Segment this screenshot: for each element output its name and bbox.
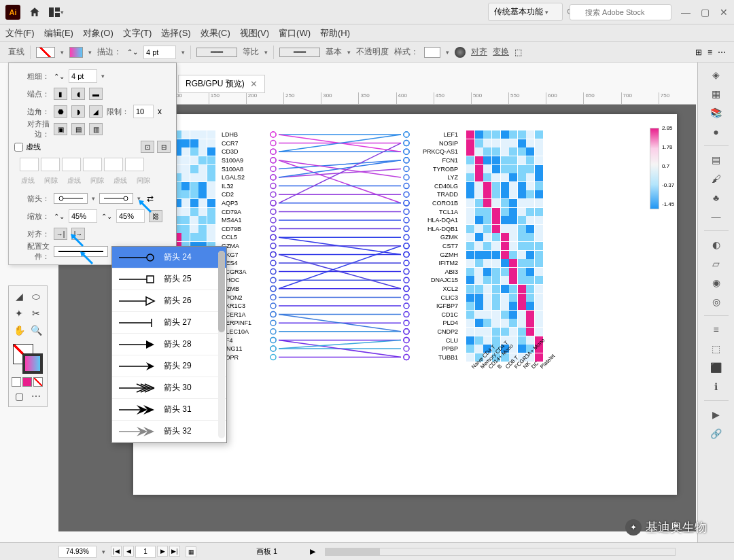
tab-close-icon[interactable]: ✕ bbox=[250, 79, 258, 89]
actions-icon[interactable]: ▶ bbox=[708, 406, 724, 423]
arrowhead-option[interactable]: 箭头 31 bbox=[112, 399, 226, 421]
appearance-icon[interactable]: ◉ bbox=[708, 275, 724, 291]
artboards-icon[interactable]: ▦ bbox=[708, 86, 724, 102]
screen-mode-icon[interactable]: ▢ bbox=[12, 389, 27, 404]
symbols-icon[interactable]: ♣ bbox=[708, 190, 724, 206]
weight-input[interactable] bbox=[69, 69, 97, 83]
layout-icon[interactable]: ▾ bbox=[49, 5, 64, 20]
menu-文件(F)[interactable]: 文件(F) bbox=[5, 27, 35, 39]
minimize-button[interactable]: — bbox=[681, 7, 691, 17]
cap-square[interactable]: ▬ bbox=[89, 88, 103, 100]
last-artboard[interactable]: ▶| bbox=[169, 546, 180, 557]
menu-窗口(W)[interactable]: 窗口(W) bbox=[279, 27, 311, 39]
zoom-input[interactable] bbox=[58, 546, 97, 558]
swatches-icon[interactable]: ▤ bbox=[708, 152, 724, 168]
profile-select[interactable] bbox=[54, 246, 108, 257]
workspace-dropdown[interactable]: 传统基本功能 ▾ bbox=[488, 3, 563, 21]
stroke-swatch[interactable] bbox=[69, 47, 83, 58]
edit-toolbar-icon[interactable]: ⋯ bbox=[29, 389, 43, 404]
arrowhead-option[interactable]: 箭头 32 bbox=[112, 421, 226, 442]
next-artboard[interactable]: ▶ bbox=[157, 546, 168, 557]
align-outside[interactable]: ▥ bbox=[89, 123, 103, 135]
arrowhead-option[interactable]: 箭头 26 bbox=[112, 290, 226, 312]
layers-icon[interactable]: ◈ bbox=[708, 67, 724, 83]
home-icon[interactable] bbox=[27, 5, 42, 20]
join-round[interactable]: ◗ bbox=[71, 105, 85, 118]
arrow-align-end[interactable]: |→ bbox=[71, 228, 85, 240]
cap-round[interactable]: ◖ bbox=[71, 88, 85, 100]
dash-checkbox[interactable] bbox=[14, 143, 23, 152]
color-icon[interactable]: ● bbox=[708, 124, 724, 140]
join-bevel[interactable]: ◢ bbox=[89, 105, 103, 118]
recolor-icon[interactable] bbox=[455, 47, 466, 58]
prev-artboard[interactable]: ◀ bbox=[123, 546, 134, 557]
scale1-input[interactable] bbox=[69, 209, 97, 223]
svg-point-30 bbox=[404, 149, 409, 154]
graphic-styles-icon[interactable]: ◎ bbox=[708, 294, 724, 310]
close-button[interactable]: ✕ bbox=[719, 7, 729, 17]
search-input[interactable] bbox=[570, 4, 671, 20]
links-icon[interactable]: 🔗 bbox=[708, 425, 724, 442]
arrowhead-option[interactable]: 箭头 25 bbox=[112, 268, 226, 290]
arrowhead-option[interactable]: 箭头 30 bbox=[112, 377, 226, 399]
menu-对象(O)[interactable]: 对象(O) bbox=[83, 27, 113, 39]
align-center[interactable]: ▣ bbox=[54, 123, 67, 135]
zoom-icon[interactable]: 🔍 bbox=[29, 323, 43, 338]
align-icon[interactable]: ≡ bbox=[708, 321, 724, 338]
menu-文字(T)[interactable]: 文字(T) bbox=[123, 27, 152, 39]
link-scale-icon[interactable]: ⛓ bbox=[149, 210, 162, 222]
stroke-icon[interactable]: — bbox=[708, 209, 724, 225]
watermark: ✦基迪奥生物 bbox=[625, 519, 707, 536]
arrow-end[interactable] bbox=[99, 193, 133, 204]
first-artboard[interactable]: |◀ bbox=[111, 546, 122, 557]
menu-编辑(E)[interactable]: 编辑(E) bbox=[44, 27, 73, 39]
arrowhead-option[interactable]: 箭头 24 bbox=[112, 247, 226, 268]
arrow-align-tip[interactable]: →| bbox=[54, 228, 67, 240]
maximize-button[interactable]: ▢ bbox=[700, 7, 710, 17]
cap-butt[interactable]: ▮ bbox=[54, 88, 67, 100]
isolate-icon[interactable]: ⬚ bbox=[514, 48, 522, 57]
miter-limit-input[interactable] bbox=[133, 105, 154, 118]
dash-align[interactable]: ⊟ bbox=[157, 141, 171, 153]
swap-arrows-icon[interactable]: ⇄ bbox=[145, 194, 156, 203]
svg-point-111 bbox=[404, 175, 409, 180]
svg-point-125 bbox=[270, 286, 276, 292]
profile-preview[interactable]: ━━━ bbox=[196, 48, 237, 57]
menu-效果(C)[interactable]: 效果(C) bbox=[200, 27, 230, 39]
artboard-num[interactable] bbox=[135, 546, 156, 558]
arrowhead-dropdown[interactable]: 箭头 24箭头 25箭头 26箭头 27箭头 28箭头 29箭头 30箭头 31… bbox=[111, 246, 227, 443]
arrow-start[interactable] bbox=[54, 193, 88, 204]
pathfinder-icon[interactable]: ⬚ bbox=[708, 340, 724, 357]
join-miter[interactable]: ⬣ bbox=[54, 105, 67, 118]
stroke-weight-input[interactable] bbox=[143, 46, 176, 59]
arrowhead-option[interactable]: 箭头 27 bbox=[112, 312, 226, 334]
menu-选择(S)[interactable]: 选择(S) bbox=[161, 27, 190, 39]
menu-帮助(H)[interactable]: 帮助(H) bbox=[320, 27, 350, 39]
fill-stroke-control[interactable] bbox=[12, 343, 44, 372]
blend-icon[interactable]: ⬭ bbox=[29, 289, 43, 304]
hand-icon[interactable]: ✋ bbox=[12, 323, 27, 338]
info-icon[interactable]: ℹ bbox=[708, 379, 724, 395]
slice-icon[interactable]: ✂ bbox=[29, 306, 43, 321]
arrowhead-option[interactable]: 箭头 28 bbox=[112, 334, 226, 355]
document-tab[interactable]: RGB/GPU 预览) ✕ bbox=[178, 75, 265, 93]
grid-icon[interactable]: ⊞ bbox=[695, 48, 702, 57]
svg-line-130 bbox=[279, 340, 401, 357]
transform-icon[interactable]: ⬛ bbox=[708, 360, 724, 376]
brush-preview[interactable]: ━━━ bbox=[279, 48, 320, 57]
artboard-nav-icon[interactable]: ▦ bbox=[186, 546, 196, 557]
libraries-icon[interactable]: 📚 bbox=[708, 105, 724, 121]
more-icon[interactable]: ⋯ bbox=[718, 48, 726, 57]
scale2-input[interactable] bbox=[116, 209, 145, 223]
symbol-icon[interactable]: ✦ bbox=[12, 306, 27, 321]
transparency-icon[interactable]: ▱ bbox=[708, 256, 724, 272]
dash-preserve[interactable]: ⊡ bbox=[141, 141, 154, 153]
eyedropper-icon[interactable]: ◢ bbox=[12, 289, 27, 304]
gradient-icon[interactable]: ◐ bbox=[708, 237, 724, 253]
brushes-icon[interactable]: 🖌 bbox=[708, 171, 724, 187]
fill-swatch[interactable] bbox=[36, 47, 55, 58]
align-icon[interactable]: ≡ bbox=[707, 48, 712, 57]
align-inside[interactable]: ▤ bbox=[71, 123, 85, 135]
menu-视图(V)[interactable]: 视图(V) bbox=[240, 27, 269, 39]
arrowhead-option[interactable]: 箭头 29 bbox=[112, 355, 226, 377]
